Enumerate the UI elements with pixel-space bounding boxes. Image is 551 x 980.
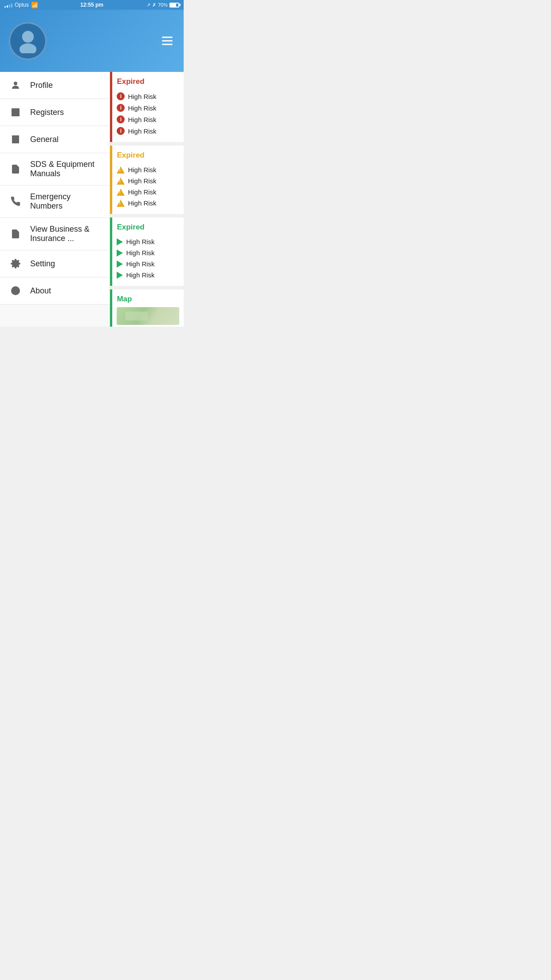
warn-orange-icon-3 bbox=[117, 189, 125, 196]
sidebar-item-profile[interactable]: Profile bbox=[0, 72, 110, 99]
sidebar-label-sds: SDS & Equipment Manuals bbox=[30, 160, 101, 178]
location-icon: ↗ bbox=[146, 2, 150, 8]
risk-item-orange: High Risk bbox=[117, 164, 179, 175]
risk-item: i High Risk bbox=[117, 102, 179, 114]
risk-item: i High Risk bbox=[117, 91, 179, 102]
expired-title-green: Expired bbox=[117, 223, 179, 232]
header bbox=[0, 10, 184, 72]
warn-orange-icon-1 bbox=[117, 166, 125, 174]
risk-label-g4: High Risk bbox=[126, 271, 154, 279]
risk-label-1: High Risk bbox=[128, 93, 156, 100]
map-preview bbox=[117, 307, 179, 325]
registers-icon bbox=[9, 106, 22, 119]
main-layout: Profile Registers General SDS & Equipmen… bbox=[0, 72, 184, 327]
risk-item-orange: High Risk bbox=[117, 198, 179, 209]
risk-label-4: High Risk bbox=[128, 127, 156, 135]
hamburger-button[interactable] bbox=[160, 35, 175, 47]
sidebar-label-business: View Business & Insurance ... bbox=[30, 225, 101, 243]
avatar-icon bbox=[15, 27, 41, 55]
risk-label-o1: High Risk bbox=[128, 166, 156, 174]
play-green-icon-4 bbox=[117, 272, 123, 279]
hamburger-line-1 bbox=[162, 37, 173, 38]
carrier-label: Optus bbox=[15, 2, 29, 8]
expired-title-red: Expired bbox=[117, 77, 179, 86]
play-green-icon-3 bbox=[117, 261, 123, 268]
sidebar-item-business[interactable]: View Business & Insurance ... bbox=[0, 218, 110, 250]
svg-rect-7 bbox=[12, 135, 19, 143]
right-panel: Expired i High Risk i High Risk i High R… bbox=[110, 72, 184, 327]
info-red-icon-2: i bbox=[117, 104, 125, 112]
battery-icon bbox=[169, 3, 179, 8]
risk-label-g1: High Risk bbox=[126, 238, 154, 245]
risk-label-2: High Risk bbox=[128, 104, 156, 112]
status-left: Optus 📶 bbox=[4, 2, 38, 8]
play-green-icon-2 bbox=[117, 249, 123, 257]
sds-icon bbox=[9, 162, 22, 176]
status-right: ↗ ✗ 70% bbox=[146, 2, 179, 8]
emergency-icon bbox=[9, 195, 22, 208]
status-bar: Optus 📶 12:55 pm ↗ ✗ 70% bbox=[0, 0, 184, 10]
sidebar: Profile Registers General SDS & Equipmen… bbox=[0, 72, 110, 327]
risk-item-orange: High Risk bbox=[117, 186, 179, 198]
svg-rect-8 bbox=[13, 137, 18, 138]
about-icon bbox=[9, 284, 22, 297]
sidebar-label-general: General bbox=[30, 135, 59, 144]
risk-item: i High Risk bbox=[117, 114, 179, 125]
warn-orange-icon-2 bbox=[117, 178, 125, 185]
risk-label-g3: High Risk bbox=[126, 260, 154, 268]
bluetooth-icon: ✗ bbox=[152, 2, 156, 8]
sidebar-label-profile: Profile bbox=[30, 81, 53, 90]
svg-point-16 bbox=[14, 292, 17, 294]
sidebar-label-about: About bbox=[30, 286, 51, 296]
svg-rect-9 bbox=[13, 138, 18, 139]
risk-label-g2: High Risk bbox=[126, 249, 154, 257]
risk-label-o2: High Risk bbox=[128, 177, 156, 185]
svg-point-2 bbox=[14, 82, 17, 85]
sidebar-item-general[interactable]: General bbox=[0, 126, 110, 153]
risk-item-green: High Risk bbox=[117, 269, 179, 281]
expired-card-red[interactable]: Expired i High Risk i High Risk i High R… bbox=[110, 72, 184, 142]
sidebar-label-registers: Registers bbox=[30, 108, 64, 117]
risk-label-o3: High Risk bbox=[128, 188, 156, 196]
risk-item-green: High Risk bbox=[117, 236, 179, 247]
business-icon bbox=[9, 227, 22, 241]
expired-card-orange[interactable]: Expired High Risk High Risk High Risk Hi… bbox=[110, 146, 184, 214]
avatar bbox=[9, 22, 47, 60]
svg-rect-6 bbox=[13, 114, 16, 115]
sidebar-item-sds[interactable]: SDS & Equipment Manuals bbox=[0, 153, 110, 186]
svg-point-1 bbox=[19, 43, 36, 53]
risk-label-o4: High Risk bbox=[128, 199, 156, 207]
risk-label-3: High Risk bbox=[128, 116, 156, 123]
map-card[interactable]: Map bbox=[110, 289, 184, 327]
sidebar-item-setting[interactable]: Setting bbox=[0, 250, 110, 277]
sidebar-item-about[interactable]: About bbox=[0, 277, 110, 304]
sidebar-label-emergency: Emergency Numbers bbox=[30, 192, 101, 211]
hamburger-line-3 bbox=[162, 44, 173, 45]
risk-item-green: High Risk bbox=[117, 258, 179, 269]
risk-item: i High Risk bbox=[117, 125, 179, 137]
battery-percent: 70% bbox=[158, 2, 168, 8]
profile-icon bbox=[9, 79, 22, 92]
map-title: Map bbox=[117, 295, 179, 304]
hamburger-line-2 bbox=[162, 40, 173, 42]
svg-point-0 bbox=[22, 31, 33, 43]
battery-fill bbox=[170, 4, 176, 7]
svg-point-14 bbox=[11, 286, 20, 295]
play-green-icon-1 bbox=[117, 238, 123, 245]
expired-card-green[interactable]: Expired High Risk High Risk High Risk Hi… bbox=[110, 217, 184, 286]
info-red-icon-4: i bbox=[117, 127, 125, 135]
sidebar-item-emergency[interactable]: Emergency Numbers bbox=[0, 186, 110, 218]
sidebar-label-setting: Setting bbox=[30, 259, 55, 269]
expired-title-orange: Expired bbox=[117, 151, 179, 160]
time-label: 12:55 pm bbox=[80, 2, 103, 8]
svg-point-15 bbox=[15, 288, 17, 290]
info-red-icon-1: i bbox=[117, 92, 125, 100]
svg-rect-10 bbox=[13, 140, 16, 141]
risk-item-orange: High Risk bbox=[117, 175, 179, 186]
warn-orange-icon-4 bbox=[117, 200, 125, 207]
wifi-icon: 📶 bbox=[31, 2, 38, 8]
sidebar-item-registers[interactable]: Registers bbox=[0, 99, 110, 126]
setting-icon bbox=[9, 257, 22, 270]
signal-icon bbox=[4, 2, 12, 8]
info-red-icon-3: i bbox=[117, 115, 125, 123]
